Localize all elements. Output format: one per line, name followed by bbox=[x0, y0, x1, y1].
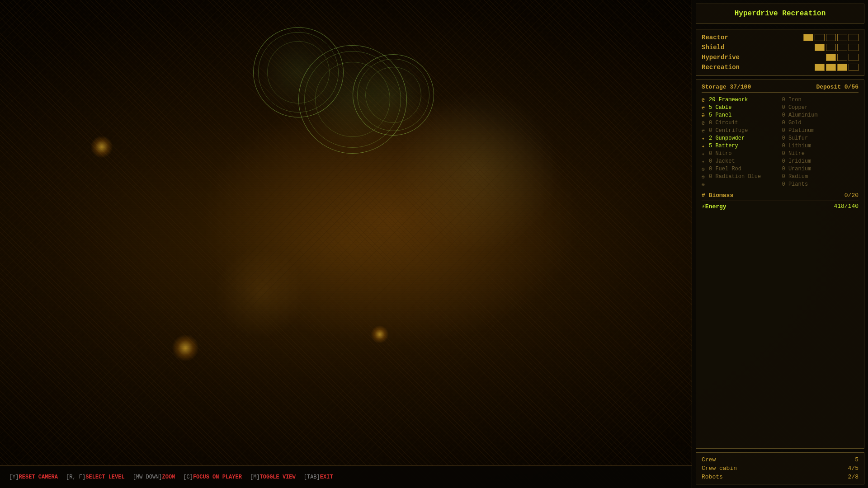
crew-cabin-row: Crew cabin 4/5 bbox=[702, 465, 859, 472]
empty-icon: ☢ bbox=[702, 182, 707, 188]
reactor-bar-4 bbox=[837, 34, 847, 41]
hotkey-exit[interactable]: [TAB] EXIT bbox=[304, 474, 333, 480]
battery-icon: ✦ bbox=[702, 143, 707, 149]
circuit-text: 0 Circuit bbox=[709, 120, 738, 126]
focus-player-action: FOCUS ON PLAYER bbox=[193, 474, 242, 480]
resource-sulfur-deposit: 0 Sulfur bbox=[782, 135, 859, 142]
gunpowder-icon: ✦ bbox=[702, 136, 707, 141]
crew-value: 5 bbox=[855, 456, 859, 463]
robots-row: Robots 2/8 bbox=[702, 474, 859, 480]
biomass-label: # Biomass bbox=[702, 192, 733, 199]
fuelrod-icon: ☢ bbox=[702, 166, 707, 172]
resource-gunpowder: ✦ 2 Gunpowder bbox=[702, 135, 778, 142]
resource-uranium-deposit: 0 Uranium bbox=[782, 165, 859, 173]
panel-text: 5 Panel bbox=[709, 112, 731, 118]
hotkey-toggle-view[interactable]: [M] TOGGLE VIEW bbox=[250, 474, 296, 480]
hyperdrive-bar-1 bbox=[826, 54, 836, 61]
resource-jacket: ✦ 0 Jacket bbox=[702, 158, 778, 165]
resource-radium-deposit: 0 Radium bbox=[782, 173, 859, 180]
recreation-bar-4 bbox=[849, 64, 859, 71]
bracket-open-1: [Y] bbox=[9, 474, 19, 480]
resource-radiationblue: ☢ 0 Radiation Blue bbox=[702, 173, 778, 180]
storage-block: Storage 37/100 Deposit 0/56 ₴ 20 Framewo… bbox=[696, 80, 864, 449]
exit-action: EXIT bbox=[320, 474, 333, 480]
hyperdrive-label: Hyperdrive bbox=[702, 54, 747, 61]
resource-plants-deposit: 0 Plants bbox=[782, 181, 859, 188]
recreation-bars bbox=[815, 64, 859, 71]
exit-key: [TAB] bbox=[304, 474, 320, 480]
hyperdrive-bar-3 bbox=[849, 54, 859, 61]
right-panel: Hyperdrive Recreation Reactor Shield H bbox=[692, 0, 868, 488]
resource-lithium-deposit: 0 Lithium bbox=[782, 142, 859, 150]
gold-deposit-text: 0 Gold bbox=[782, 120, 802, 126]
resource-nitro: ✦ 0 Nitro bbox=[702, 150, 778, 157]
resource-platinum-deposit: 0 Platinum bbox=[782, 127, 859, 134]
crew-block: Crew 5 Crew cabin 4/5 Robots 2/8 bbox=[696, 452, 864, 484]
circuit-icon: ₴ bbox=[702, 120, 707, 126]
resources-grid: ₴ 20 Framework 0 Iron ₴ 5 Cable 0 Copper… bbox=[702, 96, 859, 188]
reactor-bars bbox=[803, 34, 859, 41]
nitro-icon: ✦ bbox=[702, 151, 707, 157]
module-title: Hyperdrive Recreation bbox=[702, 9, 859, 19]
storage-title: Storage 37/100 bbox=[702, 84, 751, 90]
shield-bar-3 bbox=[837, 44, 847, 51]
module-info-block: Hyperdrive Recreation bbox=[696, 4, 864, 23]
shield-bar-2 bbox=[826, 44, 836, 51]
reactor-bar-1 bbox=[803, 34, 813, 41]
crew-count-row: Crew 5 bbox=[702, 456, 859, 463]
focus-player-key: [C] bbox=[183, 474, 193, 480]
dome-3 bbox=[353, 54, 434, 136]
recreation-bar-3 bbox=[837, 64, 847, 71]
plants-deposit-text: 0 Plants bbox=[782, 181, 808, 188]
recreation-bar-1 bbox=[815, 64, 825, 71]
storage-header: Storage 37/100 Deposit 0/56 bbox=[702, 84, 859, 93]
hotkey-reset-camera[interactable]: [Y] RESET CAMERA bbox=[9, 474, 58, 480]
reactor-bar-2 bbox=[815, 34, 825, 41]
bottom-bar: [Y] RESET CAMERA [R, F] SELECT LEVEL [MW… bbox=[0, 465, 692, 488]
zoom-key: [MW DOWN] bbox=[133, 474, 162, 480]
resource-copper-deposit: 0 Copper bbox=[782, 104, 859, 111]
hotkey-select-level[interactable]: [R, F] SELECT LEVEL bbox=[66, 474, 125, 480]
crew-label: Crew bbox=[702, 456, 716, 463]
resource-framework: ₴ 20 Framework bbox=[702, 96, 778, 103]
radiationblue-text: 0 Radiation Blue bbox=[709, 174, 761, 180]
resource-nitre-deposit: 0 Nitre bbox=[782, 150, 859, 157]
shield-label: Shield bbox=[702, 44, 747, 51]
framework-text: 20 Framework bbox=[709, 97, 748, 103]
biomass-row: # Biomass 0/20 bbox=[702, 190, 859, 199]
energy-value: 418/140 bbox=[834, 203, 859, 210]
platinum-deposit-text: 0 Platinum bbox=[782, 127, 815, 134]
energy-row: ⚡Energy 418/140 bbox=[702, 201, 859, 210]
shield-bars bbox=[815, 44, 859, 51]
resource-gold-deposit: 0 Gold bbox=[782, 119, 859, 127]
reactor-label: Reactor bbox=[702, 34, 747, 41]
resource-centrifuge: ₴ 0 Centrifuge bbox=[702, 127, 778, 134]
panel-icon: ₴ bbox=[702, 113, 707, 118]
shield-row: Shield bbox=[702, 44, 859, 51]
energy-label: ⚡Energy bbox=[702, 203, 726, 210]
sulfur-deposit-text: 0 Sulfur bbox=[782, 135, 808, 141]
zoom-action: ZOOM bbox=[162, 474, 175, 480]
aluminium-deposit-text: 0 Aluminium bbox=[782, 112, 818, 118]
hyperdrive-bar-2 bbox=[837, 54, 847, 61]
gunpowder-text: 2 Gunpowder bbox=[709, 135, 745, 141]
ship-stats-block: Reactor Shield Hyperdrive bbox=[696, 29, 864, 76]
hyperdrive-bars bbox=[826, 54, 859, 61]
select-level-action: SELECT LEVEL bbox=[85, 474, 124, 480]
framework-icon: ₴ bbox=[702, 97, 707, 103]
hotkey-focus-player[interactable]: [C] FOCUS ON PLAYER bbox=[183, 474, 242, 480]
hotkey-zoom[interactable]: [MW DOWN] ZOOM bbox=[133, 474, 175, 480]
deposit-title: Deposit 0/56 bbox=[816, 84, 859, 90]
nitro-text: 0 Nitro bbox=[709, 150, 731, 157]
resource-panel: ₴ 5 Panel bbox=[702, 112, 778, 119]
jacket-icon: ✦ bbox=[702, 159, 707, 164]
crew-cabin-value: 4/5 bbox=[848, 465, 859, 472]
cable-text: 5 Cable bbox=[709, 104, 731, 111]
toggle-view-key: [M] bbox=[250, 474, 260, 480]
iron-deposit-text: 0 Iron bbox=[782, 97, 802, 103]
jacket-text: 0 Jacket bbox=[709, 158, 735, 164]
resource-battery: ✦ 5 Battery bbox=[702, 142, 778, 150]
resource-circuit: ₴ 0 Circuit bbox=[702, 119, 778, 127]
resource-cable: ₴ 5 Cable bbox=[702, 104, 778, 111]
resource-iridium-deposit: 0 Iridium bbox=[782, 158, 859, 165]
